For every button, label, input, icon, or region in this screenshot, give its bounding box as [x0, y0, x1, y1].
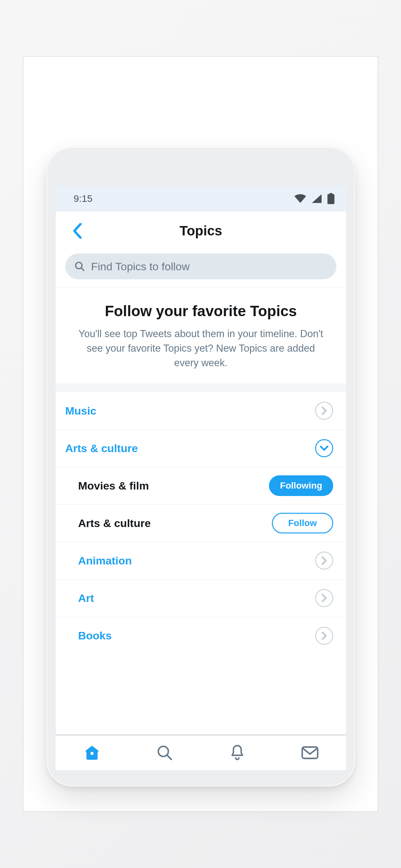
- cell-signal-icon: [312, 194, 321, 203]
- search-field[interactable]: [65, 253, 336, 279]
- expand-button[interactable]: [315, 589, 333, 607]
- search-section: [56, 250, 346, 287]
- mail-icon: [301, 746, 319, 760]
- svg-point-2: [90, 752, 94, 755]
- tab-search[interactable]: [155, 743, 174, 763]
- subtopic-label: Animation: [78, 554, 132, 567]
- topic-row-arts-culture[interactable]: Arts & culture: [56, 430, 346, 467]
- expand-button[interactable]: [315, 627, 333, 645]
- svg-rect-5: [302, 747, 318, 758]
- hero-heading: Follow your favorite Topics: [75, 302, 327, 320]
- chevron-right-icon: [321, 406, 328, 415]
- chevron-right-icon: [321, 556, 328, 565]
- subtopic-row-books[interactable]: Books: [56, 617, 346, 655]
- chevron-right-icon: [321, 631, 328, 640]
- topic-row-music[interactable]: Music: [56, 392, 346, 430]
- tab-messages[interactable]: [300, 743, 320, 763]
- wifi-icon: [295, 194, 306, 203]
- tab-bar: [56, 735, 346, 770]
- subtopic-label: Movies & film: [78, 479, 149, 492]
- section-divider: [56, 383, 346, 392]
- subtopic-label: Books: [78, 629, 112, 642]
- page-frame: 9:15 Topics: [23, 56, 378, 812]
- topic-list: Music Arts & culture Movies & film Follo…: [56, 392, 346, 735]
- hero-body: You'll see top Tweets about them in your…: [75, 327, 327, 370]
- subtopic-row-animation[interactable]: Animation: [56, 542, 346, 580]
- phone-screen: 9:15 Topics: [56, 186, 346, 770]
- search-icon: [74, 261, 85, 272]
- subtopic-row-arts-culture[interactable]: Arts & culture Follow: [56, 505, 346, 542]
- following-button[interactable]: Following: [269, 475, 333, 496]
- chevron-right-icon: [321, 593, 328, 602]
- svg-line-1: [81, 268, 84, 271]
- chevron-down-icon: [320, 445, 329, 452]
- expand-button[interactable]: [315, 552, 333, 569]
- subtopic-row-movies-film[interactable]: Movies & film Following: [56, 467, 346, 505]
- follow-button[interactable]: Follow: [272, 513, 333, 533]
- status-time: 9:15: [73, 193, 92, 204]
- subtopic-row-art[interactable]: Art: [56, 580, 346, 617]
- topic-label: Arts & culture: [65, 442, 138, 455]
- expand-button[interactable]: [315, 402, 333, 420]
- search-icon: [157, 745, 173, 761]
- tab-home[interactable]: [82, 743, 102, 763]
- chevron-left-icon: [73, 223, 82, 239]
- svg-line-4: [167, 755, 172, 760]
- bell-icon: [229, 744, 245, 761]
- search-input[interactable]: [91, 260, 328, 273]
- phone-body: 9:15 Topics: [47, 147, 355, 786]
- hero-section: Follow your favorite Topics You'll see t…: [56, 287, 346, 383]
- subtopic-label: Arts & culture: [78, 517, 151, 530]
- topic-label: Music: [65, 405, 96, 417]
- status-icons: [295, 193, 335, 204]
- status-bar: 9:15: [56, 186, 346, 212]
- collapse-button[interactable]: [315, 439, 333, 457]
- battery-icon: [328, 193, 335, 204]
- subtopic-label: Art: [78, 592, 94, 604]
- home-icon: [84, 744, 100, 761]
- tab-notifications[interactable]: [227, 743, 247, 763]
- page-title: Topics: [180, 223, 222, 239]
- nav-bar: Topics: [56, 212, 346, 250]
- back-button[interactable]: [65, 212, 90, 250]
